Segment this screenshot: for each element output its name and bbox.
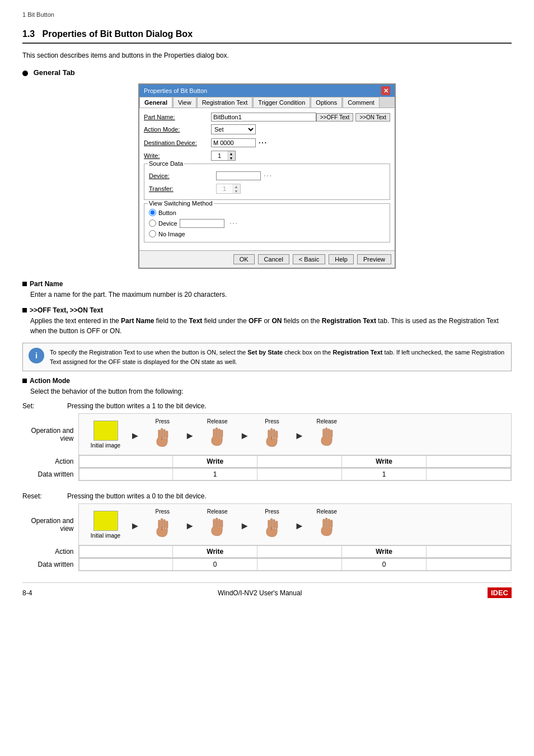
svg-rect-20 [163,520,166,529]
cancel-button[interactable]: Cancel [258,254,289,264]
help-button[interactable]: Help [329,254,354,264]
reset-press-2: Press [252,508,292,540]
write-row: Write: ▲ ▼ [144,151,390,161]
svg-rect-3 [166,431,168,438]
reset-data-cell-0 [79,559,173,571]
set-action-inner-table: Write Write [79,455,512,468]
source-transfer-label: Transfer: [149,185,216,192]
part-name-heading: Part Name [22,280,512,288]
radio-no-image-input[interactable] [149,230,156,237]
set-initial-image: Initial image [83,421,128,449]
reset-action-inner-table: Write Write [79,545,512,558]
part-name-label: Part Name: [144,114,211,120]
source-transfer-spinner[interactable]: ▲ ▼ [216,184,241,194]
reset-data-inner-table: 0 0 [79,558,512,571]
set-data-label: Data written [22,468,78,481]
info-icon: i [29,348,44,363]
reset-data-cell-1: 0 [173,559,257,571]
svg-rect-25 [218,519,221,528]
set-action-cell-4 [427,456,511,468]
write-input[interactable] [212,152,227,159]
svg-rect-12 [275,431,278,438]
svg-rect-17 [330,430,332,437]
tab-comment[interactable]: Comment [343,97,380,108]
set-diagram-inner: Initial image ► Press [83,418,507,450]
action-mode-label: Action Mode: [144,126,211,133]
idec-logo-text: IDEC [488,587,512,598]
set-data-cell-1: 1 [173,469,257,480]
write-spinner[interactable]: ▲ ▼ [211,151,236,161]
off-text-button[interactable]: >>OFF Text [316,113,354,122]
intro-text: This section describes items and buttons… [22,52,512,59]
set-diagram: Set: Pressing the button writes a 1 to t… [22,402,512,481]
reset-initial-label: Initial image [91,533,120,539]
reset-hand-release-1 [204,516,231,540]
source-device-browse: ⋯ [263,170,272,181]
svg-rect-34 [328,519,330,528]
reset-diagram: Reset: Pressing the button writes a 0 to… [22,492,512,571]
svg-rect-29 [273,520,275,529]
part-name-desc: Enter a name for the part. The maximum n… [22,290,512,300]
set-hand-release-2 [313,426,340,450]
svg-rect-7 [218,429,221,438]
set-diagram-table: Operation andview Initial image ► Press [22,413,512,481]
reset-release-1: Release [197,508,237,540]
on-text-button[interactable]: >>ON Text [355,113,390,122]
dialog-body: Part Name: >>OFF Text >>ON Text Action M… [139,108,395,250]
svg-rect-26 [221,520,223,528]
source-transfer-up: ▲ [232,184,240,189]
dialog-title: Properties of Bit Button [144,87,207,94]
source-device-input[interactable] [216,171,261,180]
radio-device-label: Device [158,220,177,227]
radio-button-input[interactable] [149,209,156,216]
radio-device-input[interactable] [149,220,156,227]
reset-press-label-1: Press [156,508,170,515]
device-field-input[interactable] [180,219,224,228]
source-device-label: Device: [149,172,216,179]
destination-device-row: Destination Device: ⋯ [144,137,390,148]
reset-arrow-2: ► [185,517,195,532]
reset-diagram-inner: Initial image ► Press [83,508,507,540]
dialog-close-button[interactable]: ✕ [381,86,390,95]
reset-action-cell-3: Write [342,546,427,558]
set-hand-release-1 [204,426,231,450]
set-arrow-1: ► [130,427,140,442]
reset-diagram-visual-row: Operation andview Initial image ► Press [22,504,512,545]
action-mode-select[interactable]: Set Reset Momentary Alternate [211,124,256,134]
set-action-row: Action Write Write [22,455,512,468]
breadcrumb: 1 Bit Button [22,11,512,18]
tab-view[interactable]: View [173,97,196,108]
square-icon-3 [22,379,27,383]
reset-data-label: Data written [22,558,78,571]
destination-device-browse[interactable]: ⋯ [258,137,267,148]
ok-button[interactable]: OK [233,254,255,264]
svg-rect-5 [213,429,216,438]
write-spin-down[interactable]: ▼ [227,156,235,160]
basic-button[interactable]: < Basic [293,254,325,264]
dot-icon [22,71,28,76]
source-transfer-input[interactable] [217,185,232,192]
svg-rect-24 [216,518,218,528]
section-number: 1.3 [22,29,35,39]
set-action-cell-2 [257,456,342,468]
reset-action-label: Action [22,545,78,558]
set-press-2: Press [252,418,292,450]
set-arrow-4: ► [294,427,305,442]
tab-general[interactable]: General [139,97,172,108]
svg-rect-33 [325,518,327,528]
tab-trigger-condition[interactable]: Trigger Condition [253,97,310,108]
tab-registration-text[interactable]: Registration Text [197,97,253,108]
svg-rect-6 [216,428,218,438]
svg-rect-8 [221,430,223,437]
source-transfer-down: ▼ [232,189,240,193]
set-release-1: Release [197,418,237,450]
write-spin-up[interactable]: ▲ [227,151,235,156]
destination-device-input[interactable] [211,138,256,147]
preview-button[interactable]: Preview [357,254,391,264]
svg-rect-32 [323,519,325,528]
set-data-cells: 1 1 [78,468,512,481]
tab-options[interactable]: Options [311,97,342,108]
off-on-heading: >>OFF Text, >>ON Text [22,306,512,314]
set-data-inner-table: 1 1 [79,468,512,480]
part-name-input[interactable] [211,113,316,122]
